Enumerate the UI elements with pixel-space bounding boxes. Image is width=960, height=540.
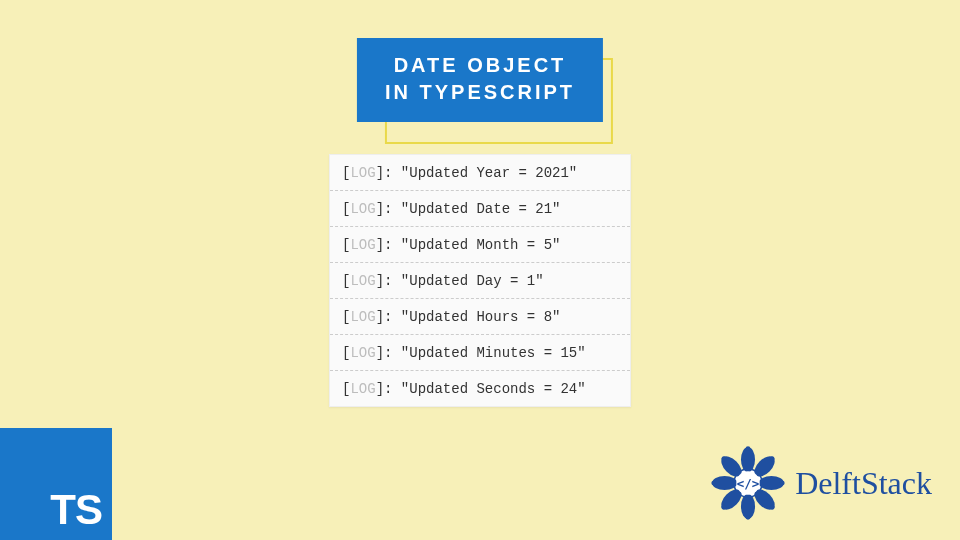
svg-point-15 [711,481,716,486]
log-value: "Updated Month = 5" [401,237,561,253]
typescript-badge-text: TS [50,486,102,534]
log-row: [LOG]: "Updated Minutes = 15" [330,335,630,371]
brand-mandala-icon: </> [709,444,787,522]
log-colon: : [384,345,401,361]
svg-point-9 [746,446,751,451]
log-colon: : [384,201,401,217]
log-bracket: ] [376,309,384,325]
log-value: "Updated Date = 21" [401,201,561,217]
brand-name: DelftStack [795,465,932,502]
log-tag: LOG [350,309,375,325]
log-bracket: ] [376,201,384,217]
log-colon: : [384,381,401,397]
title-line-2: IN TYPESCRIPT [385,79,575,106]
log-colon: : [384,237,401,253]
log-tag: LOG [350,381,375,397]
log-bracket: ] [376,345,384,361]
log-row: [LOG]: "Updated Month = 5" [330,227,630,263]
log-row: [LOG]: "Updated Date = 21" [330,191,630,227]
log-value: "Updated Year = 2021" [401,165,577,181]
svg-text:</>: </> [737,476,760,491]
brand-block: </> DelftStack [709,444,932,522]
log-tag: LOG [350,237,375,253]
log-tag: LOG [350,201,375,217]
log-row: [LOG]: "Updated Hours = 8" [330,299,630,335]
log-value: "Updated Minutes = 15" [401,345,586,361]
title-box: DATE OBJECT IN TYPESCRIPT [357,38,603,122]
log-value: "Updated Day = 1" [401,273,544,289]
log-bracket: ] [376,237,384,253]
log-tag: LOG [350,273,375,289]
title-line-1: DATE OBJECT [385,52,575,79]
log-tag: LOG [350,345,375,361]
log-colon: : [384,165,401,181]
log-value: "Updated Seconds = 24" [401,381,586,397]
log-value: "Updated Hours = 8" [401,309,561,325]
log-colon: : [384,309,401,325]
title-block: DATE OBJECT IN TYPESCRIPT [357,38,603,122]
log-bracket: ] [376,273,384,289]
log-row: [LOG]: "Updated Day = 1" [330,263,630,299]
log-bracket: ] [376,165,384,181]
log-row: [LOG]: "Updated Year = 2021" [330,155,630,191]
log-row: [LOG]: "Updated Seconds = 24" [330,371,630,406]
log-tag: LOG [350,165,375,181]
svg-point-13 [746,515,751,520]
svg-point-11 [780,481,785,486]
log-bracket: ] [376,381,384,397]
console-log-panel: [LOG]: "Updated Year = 2021" [LOG]: "Upd… [329,154,631,407]
log-colon: : [384,273,401,289]
typescript-badge-icon: TS [0,428,112,540]
